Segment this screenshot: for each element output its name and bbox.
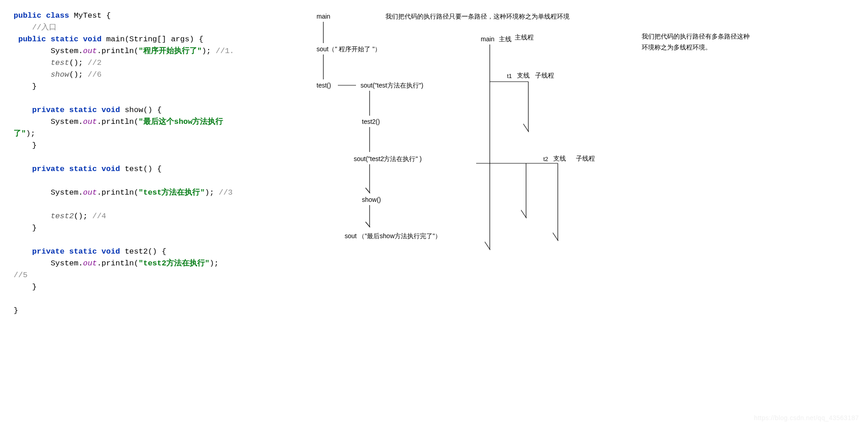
node-sout-start: sout（" 程序开始了 "）	[317, 45, 381, 54]
rd-t2-zixian: 子线程	[576, 155, 595, 163]
node-test: test()	[317, 82, 331, 89]
node-show: show()	[362, 196, 381, 203]
rd-zhuxian: 主线	[499, 35, 512, 44]
watermark: https://blog.csdn.net/qq_43563187	[754, 414, 859, 421]
node-test2: test2()	[362, 118, 380, 125]
node-sout-test2: sout("test2方法在执行" )	[354, 155, 422, 163]
note-multi-2: 环境称之为多线程环境。	[642, 44, 712, 52]
rd-main: main	[481, 35, 494, 43]
diagram-lines	[0, 0, 868, 426]
node-sout-show: sout （"最后show方法执行完了"）	[345, 232, 441, 240]
rd-t1: t1	[507, 73, 512, 79]
rd-t2-zhixian: 支线	[553, 155, 566, 163]
rd-zhuxiancheng: 主线程	[515, 34, 534, 42]
note-single: 我们把代码的执行路径只要一条路径，这种环境称之为单线程环境	[385, 13, 570, 21]
svg-line-16	[521, 210, 527, 218]
node-sout-test: sout("test方法在执行")	[361, 82, 423, 90]
node-main: main	[317, 13, 330, 20]
svg-line-18	[553, 233, 558, 241]
note-multi-1: 我们把代码的执行路径有多条路径这种	[642, 33, 750, 41]
page: public class MyTest { //入口 public static…	[0, 0, 868, 426]
svg-line-10	[485, 242, 490, 250]
rd-t1-zixian: 子线程	[535, 72, 554, 80]
rd-t1-zhixian: 支线	[517, 72, 530, 80]
svg-line-13	[523, 124, 529, 132]
rd-t2: t2	[543, 156, 548, 162]
